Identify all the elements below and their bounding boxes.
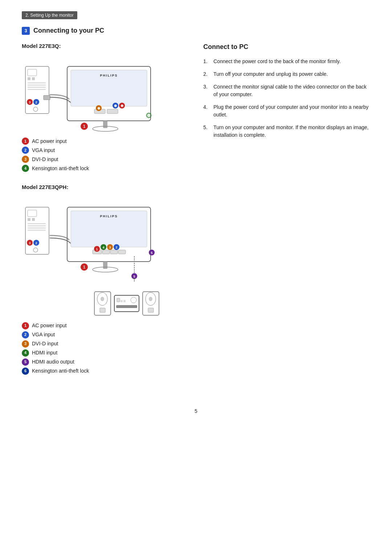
badge-2: 2 [22,147,29,154]
model1-diagram: 3 2 PHILIPS [22,56,189,132]
svg-rect-36 [28,225,46,226]
right-column: Connect to PC Connect the power cord to … [203,42,370,386]
svg-rect-17 [103,121,107,128]
svg-text:❶: ❶ [97,107,100,110]
legend-text: HDMI audio output [32,358,74,366]
svg-rect-82 [148,308,154,312]
svg-text:5: 5 [133,275,135,278]
legend-item: 6 Kensington anti-theft lock [22,367,189,375]
svg-text:1: 1 [83,124,85,128]
step-5: Turn on your computer and monitor. If th… [203,124,370,139]
svg-rect-33 [28,218,30,221]
svg-text:3: 3 [29,100,30,104]
svg-rect-2 [28,77,30,80]
svg-text:3: 3 [29,241,30,245]
svg-point-39 [33,248,38,252]
svg-rect-75 [117,298,120,302]
svg-rect-72 [100,308,105,312]
connect-title: Connect to PC [203,42,370,52]
left-column: Model 227E3Q: 3 2 [22,42,189,386]
legend-item: 2 VGA input [22,331,189,338]
svg-text:2: 2 [35,100,37,104]
legend-item: 3 DVI-D input [22,156,189,163]
legend-item: 5 HDMI audio output [22,358,189,366]
legend-item: 4 HDMI input [22,349,189,357]
legend-item: 3 DVI-D input [22,340,189,348]
model2-svg: 3 2 PHILIPS 1 [22,196,174,316]
svg-rect-77 [123,300,126,302]
legend-text: DVI-D input [32,340,58,348]
svg-rect-7 [28,89,46,90]
svg-text:2: 2 [35,241,37,245]
step-1: Connect the power cord to the back of th… [203,58,370,65]
svg-rect-6 [28,87,46,88]
badge-4: 4 [22,349,29,357]
model2-title: Model 227E3QPH: [22,183,189,192]
step-4: Plug the power cord of your computer and… [203,103,370,119]
legend-text: VGA input [32,147,55,154]
badge-1: 1 [22,322,29,329]
section-title: Connecting to your PC [33,26,104,36]
badge-5: 5 [22,358,29,366]
legend-item: 4 Kensington anti-theft lock [22,165,189,172]
svg-rect-34 [32,218,35,221]
svg-rect-35 [28,223,46,224]
badge-2: 2 [22,331,29,338]
svg-rect-1 [28,69,37,76]
legend-text: DVI-D input [32,156,58,163]
model2-diagram: 3 2 PHILIPS 1 [22,196,189,316]
svg-marker-68 [133,278,136,280]
model1-svg: 3 2 PHILIPS [22,56,174,132]
svg-rect-9 [44,95,50,100]
svg-text:PHILIPS: PHILIPS [100,74,118,77]
svg-rect-3 [32,77,35,80]
svg-rect-47 [103,262,107,269]
badge-6: 6 [22,368,29,375]
legend-text: AC power input [32,138,67,145]
badge-1: 1 [22,138,29,145]
svg-rect-50 [102,250,110,254]
svg-text:PHILIPS: PHILIPS [100,214,118,218]
main-layout: Model 227E3Q: 3 2 [22,42,370,386]
badge-3: 3 [22,156,29,163]
svg-text:4: 4 [102,246,104,249]
legend-text: Kensington anti-theft lock [32,367,89,375]
step-2: Turn off your computer and unplug its po… [203,70,370,78]
legend-text: Kensington anti-theft lock [32,165,89,172]
svg-rect-52 [118,250,126,254]
legend-item: 2 VGA input [22,147,189,154]
svg-point-81 [149,297,152,301]
svg-rect-51 [110,250,118,254]
model1-legend: 1 AC power input 2 VGA input 3 DVI-D inp… [22,138,189,172]
breadcrumb: 2. Setting Up the monitor [22,11,77,19]
page-number: 5 [22,407,370,415]
svg-rect-32 [28,210,37,217]
legend-text: HDMI input [32,349,57,357]
steps-list: Connect the power cord to the back of th… [203,58,370,139]
svg-text:❶: ❶ [121,104,123,108]
svg-rect-20 [107,109,118,114]
model2-legend: 1 AC power input 2 VGA input 3 DVI-D inp… [22,322,189,375]
legend-item: 1 AC power input [22,138,189,145]
svg-text:2: 2 [115,246,117,249]
svg-point-71 [101,297,104,301]
badge-3: 3 [22,340,29,348]
badge-4: 4 [22,165,29,172]
svg-rect-5 [28,85,46,86]
svg-text:5: 5 [151,251,152,255]
svg-text:1: 1 [96,247,98,251]
svg-rect-37 [28,227,46,229]
svg-point-78 [131,297,136,303]
svg-rect-76 [121,300,123,302]
svg-point-8 [33,107,38,111]
legend-text: AC power input [32,322,67,329]
svg-rect-38 [28,230,46,231]
legend-text: VGA input [32,331,55,338]
svg-text:1: 1 [83,265,85,269]
svg-point-30 [146,112,152,119]
svg-rect-4 [28,82,46,83]
svg-text:❷: ❷ [114,104,117,108]
section-badge: 3 [22,27,30,35]
section-heading: 3 Connecting to your PC [22,26,370,36]
svg-text:3: 3 [109,246,111,249]
